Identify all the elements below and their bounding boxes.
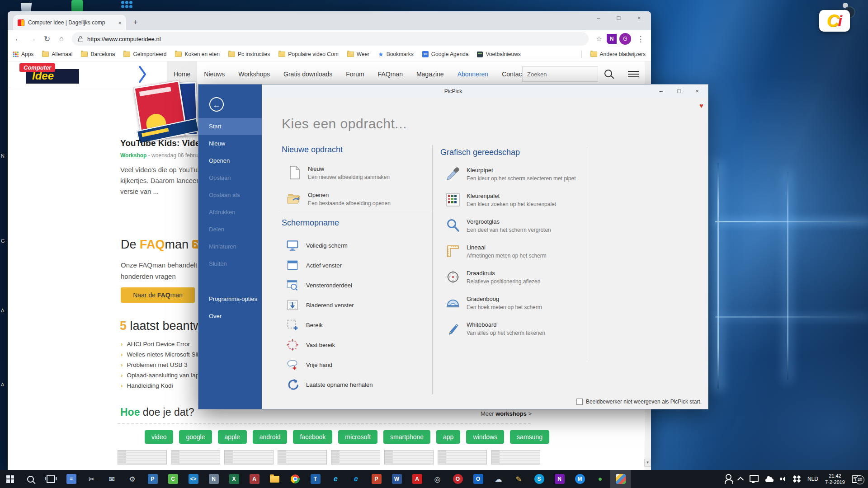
taskbar-onenote-app[interactable]: N bbox=[549, 470, 570, 488]
article-title[interactable]: YouTube Kids: Video bbox=[120, 138, 205, 148]
action-center-icon[interactable]: 20 bbox=[852, 475, 861, 483]
taskbar-internet-explorer[interactable]: e bbox=[326, 470, 346, 488]
taskbar-start-button[interactable] bbox=[0, 470, 20, 488]
clock[interactable]: 21:42 7-2-2019 bbox=[825, 473, 845, 485]
nav-item-forum[interactable]: Forum bbox=[339, 61, 371, 87]
tag-samsung[interactable]: samsung bbox=[510, 430, 549, 444]
bookmark-allemaal[interactable]: Allemaal bbox=[42, 51, 72, 57]
workshop-thumbnail[interactable] bbox=[171, 450, 220, 465]
picpick-item-vrije-hand[interactable]: Vrije hand bbox=[286, 358, 332, 371]
sidebar-item-openen[interactable]: Openen bbox=[198, 152, 262, 169]
taskbar-file-explorer[interactable] bbox=[264, 470, 285, 488]
network-display-icon[interactable] bbox=[750, 475, 759, 482]
taskbar-powerpoint-app[interactable]: P bbox=[366, 470, 387, 488]
picpick-item-laatste-opname-herhalen[interactable]: Laatste opname herhalen bbox=[286, 378, 373, 391]
nav-item-faqman[interactable]: FAQman bbox=[371, 61, 410, 87]
nav-item-magazine[interactable]: Magazine bbox=[410, 61, 451, 87]
taskbar-onedrive-app[interactable]: ☁ bbox=[488, 470, 509, 488]
address-bar[interactable]: https://www.computeridee.nl bbox=[72, 32, 589, 46]
nav-item-workshops[interactable]: Workshops bbox=[231, 61, 277, 87]
picpick-titlebar[interactable]: PicPick bbox=[198, 84, 708, 98]
workshop-thumbnail[interactable] bbox=[384, 450, 434, 465]
forum-question-link[interactable]: ›Oplaad-aansluiting van lapt bbox=[121, 370, 201, 380]
forward-button[interactable]: → bbox=[26, 32, 39, 46]
search-icon[interactable] bbox=[604, 70, 612, 77]
taskbar-camera-app[interactable]: ◎ bbox=[427, 470, 448, 488]
taskbar-adobe-app[interactable]: A bbox=[407, 470, 427, 488]
picpick-item-openen[interactable]: OpenenEen bestaande afbeelding openen bbox=[287, 191, 391, 206]
taskbar-people-app[interactable]: P bbox=[142, 470, 163, 488]
bookmark-barcelona[interactable]: Barcelona bbox=[81, 51, 115, 57]
tag-android[interactable]: android bbox=[253, 430, 288, 444]
bookmark-star-icon[interactable]: ☆ bbox=[592, 32, 606, 46]
picpick-item-draadkruis[interactable]: DraadkruisRelatieve positionering afleze… bbox=[446, 269, 540, 285]
onenote-extension-icon[interactable]: N bbox=[607, 34, 617, 44]
picpick-item-kleurenpalet[interactable]: KleurenpaletEen kleur zoeken op het kleu… bbox=[446, 192, 556, 207]
taskbar-picpick-app[interactable] bbox=[610, 470, 631, 488]
taskbar-settings-app[interactable]: ⚙ bbox=[122, 470, 142, 488]
article-category[interactable]: Workshop bbox=[120, 152, 146, 159]
menu-icon[interactable]: ⋮ bbox=[634, 32, 647, 46]
picpick-item-bereik[interactable]: Bereik bbox=[286, 318, 323, 332]
taskbar-ccleaner-app[interactable]: C bbox=[163, 470, 183, 488]
picpick-item-vensteronderdeel[interactable]: Vensteronderdeel bbox=[286, 278, 352, 292]
language-indicator[interactable]: NLD bbox=[807, 476, 818, 482]
scrollbar-down-button[interactable]: ▼ bbox=[644, 459, 651, 467]
taskbar-snipping-tool-app[interactable]: ✂ bbox=[81, 470, 102, 488]
taskbar-search-button[interactable] bbox=[20, 470, 41, 488]
taskbar-calculator-app[interactable]: = bbox=[61, 470, 81, 488]
tag-windows[interactable]: windows bbox=[466, 430, 504, 444]
bookmark-voetbalnieuws[interactable]: Voetbalnieuws bbox=[477, 51, 520, 57]
workshop-thumbnail[interactable] bbox=[438, 450, 487, 465]
workshop-thumbnail[interactable] bbox=[224, 450, 274, 465]
workshop-thumbnail[interactable] bbox=[491, 450, 540, 465]
picpick-item-kleurpipet[interactable]: KleurpipetEen kleur op het scherm select… bbox=[446, 166, 576, 182]
taskbar-outlook-app[interactable]: O bbox=[468, 470, 488, 488]
tag-microsoft[interactable]: microsoft bbox=[338, 430, 377, 444]
onedrive-tray-icon[interactable] bbox=[765, 479, 774, 482]
picpick-item-whiteboard[interactable]: WhiteboardVan alles op het scherm tekene… bbox=[446, 321, 545, 336]
nav-item-gratis-downloads[interactable]: Gratis downloads bbox=[277, 61, 339, 87]
search-input[interactable] bbox=[522, 66, 598, 82]
minimize-button[interactable]: – bbox=[652, 84, 670, 98]
taskbar-excel-app[interactable]: X bbox=[224, 470, 244, 488]
nav-item-nieuws[interactable]: Nieuws bbox=[197, 61, 231, 87]
picpick-item-gradenboog[interactable]: GradenboogEen hoek meten op het scherm bbox=[446, 295, 542, 310]
reload-button[interactable]: ↻ bbox=[40, 32, 54, 46]
tag-smartphone[interactable]: smartphone bbox=[383, 430, 430, 444]
volume-icon[interactable] bbox=[780, 476, 787, 482]
bookmark-google-agenda[interactable]: 10Google Agenda bbox=[422, 51, 469, 57]
tag-apple[interactable]: apple bbox=[218, 430, 247, 444]
back-button[interactable]: ← bbox=[11, 32, 25, 46]
taskbar-edge-browser[interactable]: e bbox=[346, 470, 366, 488]
home-button[interactable]: ⌂ bbox=[55, 32, 68, 46]
taskbar-screen-recorder-app[interactable]: ● bbox=[590, 470, 610, 488]
tag-google[interactable]: google bbox=[179, 430, 212, 444]
dropbox-tray-icon[interactable] bbox=[793, 476, 801, 482]
taskbar-task-view-button[interactable] bbox=[41, 470, 61, 488]
forum-question-link[interactable]: ›Problemen met USB 3 bbox=[121, 360, 201, 370]
magazine-covers-image[interactable] bbox=[132, 77, 207, 142]
sidebar-item-programma-opties[interactable]: Programma-opties bbox=[198, 291, 262, 308]
browser-tab[interactable]: Computer Idee | Dagelijks comp × bbox=[13, 15, 126, 30]
profile-avatar[interactable]: G bbox=[619, 33, 631, 45]
minimize-button[interactable]: – bbox=[588, 11, 609, 25]
bookmark-bookmarks[interactable]: ★Bookmarks bbox=[378, 51, 414, 57]
back-arrow-button[interactable]: ← bbox=[209, 97, 224, 112]
picpick-item-actief-venster[interactable]: Actief venster bbox=[286, 258, 342, 272]
workshop-thumbnail[interactable] bbox=[278, 450, 327, 465]
faq-button[interactable]: Naar de FAQman bbox=[121, 287, 195, 303]
forum-question-link[interactable]: ›AHCI Port Device Error bbox=[121, 339, 201, 349]
taskbar-messenger-app[interactable]: M bbox=[570, 470, 590, 488]
close-button[interactable]: × bbox=[629, 11, 649, 25]
desktop-shortcut-icon[interactable] bbox=[71, 0, 83, 12]
apps-shortcut[interactable]: Apps bbox=[13, 51, 33, 57]
bookmark-koken-en-eten[interactable]: Koken en eten bbox=[175, 51, 219, 57]
other-bookmarks[interactable]: Andere bladwijzers bbox=[590, 51, 646, 57]
desktop-shortcut-icon[interactable] bbox=[121, 1, 134, 12]
people-tray-icon[interactable] bbox=[726, 474, 731, 480]
taskbar-access-app[interactable]: A bbox=[244, 470, 264, 488]
forum-question-link[interactable]: ›Handleiding Kodi bbox=[121, 380, 201, 391]
picpick-item-volledig-scherm[interactable]: Volledig scherm bbox=[286, 239, 348, 252]
checkbox[interactable] bbox=[576, 399, 583, 405]
